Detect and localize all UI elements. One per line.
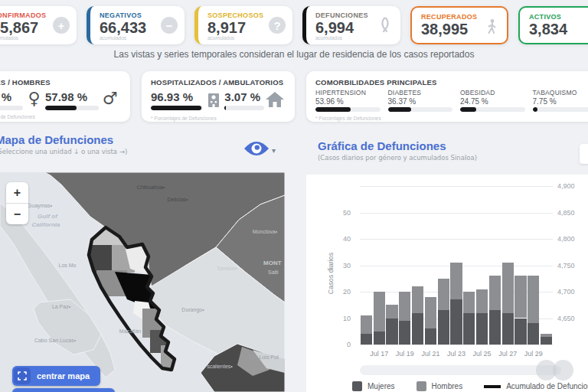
male-bar	[45, 106, 99, 110]
minus-circle-icon: −	[161, 17, 178, 34]
stat-sublabel: acumulados	[0, 35, 69, 41]
comorbidity-diabetes: DIABETES 36.37 %	[388, 89, 453, 112]
stat-sublabel: acumulados	[100, 35, 177, 41]
hospital-icon	[203, 90, 224, 112]
summary-card-row: MUJERES / HOMBRES 42.02 % ♀ 57.98 % ♂ * …	[0, 71, 588, 122]
chart-panel-title: Gráfica de Defunciones	[318, 139, 477, 152]
ambulatory-block: 3.07 %	[224, 90, 263, 110]
svg-text:Delicias•: Delicias•	[168, 197, 189, 202]
chart-scrollbar[interactable]	[360, 365, 561, 375]
hospital-card-note: * Porcentajes de Defunciones	[151, 116, 286, 121]
clipped-edge-button[interactable]	[580, 144, 588, 164]
map-panel-subtitle: (Seleccione una unidad ↓ o una vista →)	[0, 148, 127, 155]
ribbon-icon	[377, 17, 394, 34]
center-map-button[interactable]: centrar mapa	[12, 366, 100, 386]
gender-card-title: MUJERES / HOMBRES	[0, 78, 121, 87]
svg-text:Durango•: Durango•	[181, 307, 204, 313]
legend-item-hombres[interactable]: Hombres	[416, 381, 463, 391]
chart-panel-subtitle: (Casos diarios por género y acumulados S…	[318, 154, 477, 162]
eye-icon	[243, 139, 270, 161]
chart-scrollbar-handle[interactable]	[553, 360, 573, 381]
stat-card-defunciones[interactable]: DEFUNCIONES 6,994 acumulados	[302, 6, 400, 44]
map-zoom-control: + −	[6, 182, 28, 224]
comorbidity-hipertension: HIPERTENSION 53.96 %	[315, 89, 381, 112]
legend-line-acumulado	[484, 385, 501, 388]
ambulatory-pct: 3.07 %	[224, 90, 263, 103]
hospital-card: HOSPITALIZADOS / AMBULATORIOS 96.93 % 3.…	[142, 71, 295, 122]
gender-card: MUJERES / HOMBRES 42.02 % ♀ 57.98 % ♂ * …	[0, 71, 130, 122]
stat-sublabel: acumulados	[315, 35, 393, 41]
stat-sublabel: acumulados	[207, 35, 285, 41]
female-pct: 42.02 %	[0, 90, 23, 103]
stat-value: 3,834	[529, 21, 588, 37]
home-icon	[264, 90, 286, 112]
svg-text:San Luis Pot: San Luis Pot	[248, 354, 279, 360]
svg-text:MONT: MONT	[263, 260, 282, 266]
comorbidity-tabaquismo: TABAQUISMO 7.75 %	[533, 89, 588, 112]
center-map-label: centrar mapa	[37, 371, 90, 381]
svg-text:scalientes•: scalientes•	[207, 364, 233, 369]
stat-card-negativos[interactable]: NEGATIVOS 66,433 acumulados −	[87, 6, 185, 44]
gender-card-note: * Porcentajes de Defunciones	[0, 114, 121, 119]
svg-text:Los Mo: Los Mo	[59, 263, 77, 268]
stat-card-recuperados[interactable]: RECUPERADOS 38,995	[410, 6, 508, 44]
comorbidity-bar	[388, 107, 453, 112]
plus-circle-icon: +	[53, 17, 70, 34]
deaths-chart: Casos diarios 010203040504,6504,7004,750…	[306, 175, 588, 392]
svg-text:Torreón•: Torreón•	[217, 266, 237, 271]
male-pct-block: 57.98 %	[45, 90, 99, 110]
legend-item-mujeres[interactable]: Mujeres	[352, 381, 395, 391]
stat-card-confirmados[interactable]: CONFIRMADOS 45,867 acumulados +	[0, 6, 77, 44]
svg-text:Mazatlán: Mazatlán	[119, 328, 142, 334]
chart-panel-header: Gráfica de Defunciones (Casos diarios po…	[318, 139, 477, 162]
comorbidity-bar	[315, 107, 381, 112]
map-panel-title: Mapa de Defunciones	[0, 133, 127, 146]
zoom-in-button[interactable]: +	[6, 182, 28, 203]
walking-person-icon	[483, 18, 500, 35]
svg-text:Cabo San Lucas•: Cabo San Lucas•	[34, 338, 77, 343]
female-icon: ♀	[23, 90, 45, 107]
stat-card-sospechosos[interactable]: SOSPECHOSOS 8,917 acumulados ?	[194, 6, 292, 44]
stat-label: ACTIVOS	[529, 13, 588, 21]
svg-text:Chihuahua•: Chihuahua•	[137, 185, 165, 190]
map-view-menu-button[interactable]: ▾	[243, 139, 276, 161]
legend-item-acumulado[interactable]: Acumulado de Defunciones	[484, 382, 588, 390]
stat-card-activos[interactable]: ACTIVOS 3,834	[518, 6, 588, 44]
female-pct-block: 42.02 %	[0, 90, 23, 110]
comorbidity-obesidad: OBESIDAD 24.75 %	[460, 89, 525, 112]
svg-text:Salti: Salti	[268, 270, 279, 275]
stat-card-row: CONFIRMADOS 45,867 acumulados + NEGATIVO…	[0, 6, 588, 44]
comorbidities-card: COMORBILIDADES PRINCIPALES HIPERTENSION …	[306, 71, 588, 122]
question-circle-icon: ?	[269, 17, 286, 34]
map-panel-header: Mapa de Defunciones (Seleccione una unid…	[0, 133, 127, 155]
map-secondary-button[interactable]	[12, 388, 115, 392]
comorbidity-bar	[533, 107, 588, 112]
legend-swatch-hombres	[416, 381, 426, 391]
comorbidity-bar	[460, 107, 525, 112]
hospitalized-pct: 96.93 %	[151, 90, 203, 103]
ambulatory-bar	[224, 106, 263, 110]
svg-text:Guaymas•: Guaymas•	[28, 203, 53, 209]
hospitalized-bar	[151, 106, 203, 110]
hospitalized-block: 96.93 %	[151, 90, 203, 110]
zoom-out-button[interactable]: −	[6, 204, 28, 224]
male-icon: ♂	[99, 90, 121, 107]
svg-text:La Paz•: La Paz•	[52, 304, 71, 309]
hospital-card-title: HOSPITALIZADOS / AMBULATORIOS	[151, 78, 286, 87]
chevron-down-icon: ▾	[272, 146, 276, 155]
male-pct: 57.98 %	[45, 90, 99, 103]
svg-text:Monclova•: Monclova•	[253, 229, 278, 234]
comorbidities-note: * Porcentajes de Defunciones	[315, 116, 588, 121]
svg-text:California: California	[32, 221, 60, 228]
banner-note: Las vistas y series temporales considera…	[0, 49, 588, 60]
svg-text:Gulf of: Gulf of	[38, 213, 58, 220]
female-bar	[0, 106, 23, 110]
legend-swatch-mujeres	[352, 381, 362, 391]
map[interactable]: Chihuahua•Delicias•Monclova•Torreón•MONT…	[0, 172, 285, 392]
chart-legend: Mujeres Hombres Acumulado de Defunciones	[352, 381, 588, 391]
comorbidities-title: COMORBILIDADES PRINCIPALES	[315, 78, 588, 87]
center-map-icon	[14, 368, 31, 384]
